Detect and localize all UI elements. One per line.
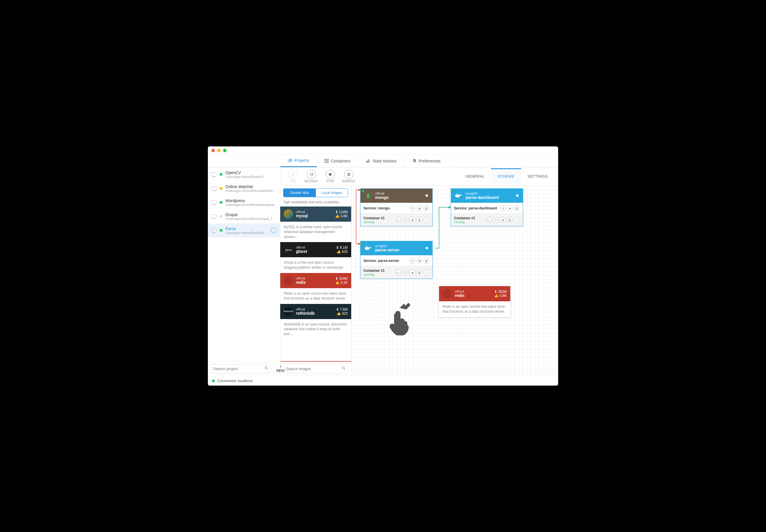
image-card-redis[interactable]: official redis ⬇ 324M 👍 4.1K [280, 273, 351, 288]
project-name: OpenCV [226, 170, 277, 175]
terminal-icon[interactable]: ≻_ [486, 217, 492, 223]
project-name: Parse [226, 226, 268, 231]
svg-rect-32 [457, 193, 458, 194]
project-search[interactable] [211, 364, 271, 373]
svg-point-18 [265, 367, 267, 369]
trash-icon[interactable]: 🗑 [507, 217, 513, 223]
chevron-right-icon: › [271, 227, 277, 233]
gear-icon[interactable] [425, 194, 429, 198]
source-docker-hub[interactable]: Docker Hub [284, 189, 316, 197]
trash-icon[interactable]: 🗑 [417, 269, 422, 275]
grid-icon [325, 159, 329, 163]
project-search-input[interactable] [214, 367, 263, 371]
stop-icon[interactable]: ■ [507, 205, 513, 211]
svg-rect-9 [325, 160, 326, 161]
node-header[interactable]: yongjhih parse-dashboard [451, 189, 523, 203]
gear-icon [412, 159, 416, 163]
node-parse-server[interactable]: yongjhih parse-server Service: parse-ser… [360, 241, 433, 279]
monitor-icon [212, 172, 217, 176]
node-container-row: Container #1 running ≻_ ⟳ ■ 🗑 i [361, 213, 432, 226]
minimize-window-button[interactable] [217, 149, 221, 152]
node-parse-dashboard[interactable]: yongjhih parse-dashboard Service: parse-… [451, 188, 523, 226]
monitor-icon [212, 186, 217, 190]
image-list[interactable]: high availability and easy scalability. … [280, 199, 351, 361]
trash-icon[interactable]: 🗑 [424, 258, 429, 264]
gear-icon[interactable] [515, 194, 519, 198]
source-local-images[interactable]: Local Images [316, 189, 348, 197]
svg-rect-11 [328, 160, 328, 161]
node-header[interactable]: yongjhih parse-server [361, 241, 432, 255]
image-card-ghost[interactable]: ghost official ghost ⬇ 8.1M 👍 625 [280, 242, 351, 257]
maximize-window-button[interactable] [223, 149, 227, 152]
close-window-button[interactable] [212, 149, 215, 152]
stop-icon [326, 170, 335, 179]
stop-icon[interactable]: ■ [410, 269, 415, 275]
main-panel: WEB RESTART STOP [280, 167, 558, 376]
refresh-icon[interactable]: ⟳ [493, 217, 499, 223]
docker-whale-icon [454, 193, 463, 199]
image-search[interactable] [283, 364, 348, 373]
image-name: rethinkdb [296, 311, 333, 316]
sidebar-footer: + NEW [208, 361, 280, 376]
info-icon[interactable]: i [424, 269, 429, 275]
remove-button[interactable]: REMOVE [340, 170, 357, 183]
tab-projects[interactable]: Projects [280, 155, 317, 167]
view-tab-general[interactable]: GENERAL [459, 168, 491, 184]
trash-icon[interactable]: 🗑 [417, 217, 422, 223]
trash-icon[interactable]: 🗑 [514, 205, 520, 211]
image-publisher: official [296, 210, 332, 213]
trash-icon[interactable]: 🗑 [424, 205, 429, 211]
list-icon [288, 158, 292, 162]
project-item-opencv[interactable]: OpenCV /Users/igor-lemon/OpenCV [208, 167, 280, 181]
svg-rect-10 [326, 160, 327, 161]
refresh-icon[interactable]: ⟳ [410, 258, 415, 264]
image-publisher: official [296, 277, 332, 280]
restart-button[interactable]: RESTART [303, 170, 320, 183]
node-service-row: Service: mongo ⟳ ■ 🗑 [361, 203, 432, 213]
image-source-toggle: Docker Hub Local Images [283, 188, 348, 197]
terminal-icon[interactable]: ≻_ [396, 217, 401, 223]
image-name: redis [455, 293, 491, 298]
scheme-canvas[interactable]: official mongo Service: mongo ⟳ ■ [352, 185, 558, 376]
project-item-parse[interactable]: Parse /Users/igor-lemon/DockStation/Pa..… [208, 223, 280, 237]
stop-icon[interactable]: ■ [500, 217, 506, 223]
refresh-icon[interactable]: ⟳ [500, 205, 506, 211]
svg-rect-13 [326, 162, 327, 163]
svg-rect-27 [366, 246, 367, 247]
stop-icon[interactable]: ■ [417, 258, 422, 264]
svg-rect-1 [289, 159, 292, 160]
node-service-label: Service: mongo [363, 206, 390, 210]
project-item-online-watcher[interactable]: Online Watcher /Users/igor-lemon/Persona… [208, 181, 280, 195]
svg-rect-17 [369, 159, 369, 163]
project-path: /Users/igor-lemon/Work/wordpress [226, 203, 277, 207]
info-icon[interactable]: i [514, 217, 520, 223]
project-item-drupal[interactable]: Drupal /Users/igor-lemon/Work/drupal_7 [208, 209, 280, 223]
stop-icon[interactable]: ■ [410, 217, 415, 223]
tab-stats-monitor[interactable]: Stats Monitor [358, 155, 404, 167]
view-tabs: GENERAL SCHEME SETTINGS [459, 168, 554, 184]
status-dot [220, 187, 223, 190]
refresh-icon[interactable]: ⟳ [403, 217, 408, 223]
tab-label: Stats Monitor [372, 159, 396, 163]
tab-preferences[interactable]: Preferences [405, 155, 448, 167]
view-tab-settings[interactable]: SETTINGS [521, 168, 554, 184]
project-name: Drupal [226, 212, 277, 217]
stop-button[interactable]: STOP [322, 170, 339, 183]
gear-icon[interactable] [425, 246, 429, 250]
project-item-wordpress[interactable]: Wordpress /Users/igor-lemon/Work/wordpre… [208, 195, 280, 209]
refresh-icon[interactable]: ⟳ [403, 269, 408, 275]
node-header[interactable]: official mongo [361, 189, 432, 203]
view-tab-scheme[interactable]: SCHEME [491, 168, 521, 184]
node-mongo[interactable]: official mongo Service: mongo ⟳ ■ [360, 188, 433, 226]
stop-icon[interactable]: ■ [417, 205, 422, 211]
image-name: ghost [296, 249, 333, 254]
tab-containers[interactable]: Containers [317, 155, 359, 167]
info-icon[interactable]: i [424, 217, 429, 223]
image-card-mysql[interactable]: official mysql ⬇ 114M 👍 4.8K [280, 207, 351, 222]
terminal-icon[interactable]: ≻_ [396, 269, 401, 275]
refresh-icon[interactable]: ⟳ [410, 205, 415, 211]
image-search-input[interactable] [286, 367, 342, 371]
dragging-image-card-redis[interactable]: official redis ⬇ 263M 👍 3.8K Redis is an… [439, 286, 510, 317]
image-card-rethinkdb[interactable]: RethinkDB official rethinkdb ⬇ 7.6M 👍 42… [280, 304, 351, 319]
status-dot [220, 229, 223, 232]
